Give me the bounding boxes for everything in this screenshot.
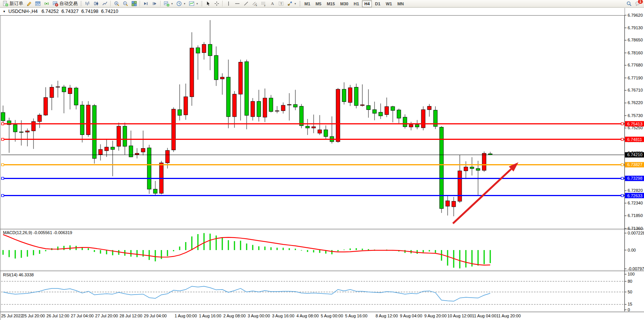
market-watch-button[interactable]: [33, 0, 42, 7]
price-chart-canvas[interactable]: 6.796206.791306.786506.781606.776806.771…: [0, 0, 644, 320]
toolbar-grip[interactable]: [299, 1, 301, 6]
timeframe-w1[interactable]: W1: [383, 0, 394, 7]
timeframe-h4[interactable]: H4: [362, 0, 372, 7]
vertical-line-icon: [226, 1, 231, 6]
templates-button[interactable]: ▼: [187, 0, 200, 7]
toolbar-group-objects: EFAT▼: [224, 0, 298, 8]
periods-button[interactable]: ▼: [175, 0, 187, 7]
macd-header-label: MACD(12,26,9) -0.005561 -0.006319: [3, 230, 72, 235]
new-order-icon: [3, 1, 8, 6]
timeframe-m15[interactable]: M15: [324, 0, 337, 7]
vertical-line-button[interactable]: [224, 0, 233, 7]
horizontal-line-button[interactable]: [233, 0, 242, 7]
timeframe-m5[interactable]: M5: [313, 0, 324, 7]
signals-button[interactable]: [42, 0, 51, 7]
timeframe-d1[interactable]: D1: [373, 0, 383, 7]
toolbar-grip[interactable]: [201, 1, 202, 6]
trendline-icon: [243, 1, 249, 6]
notifications-button[interactable]: 1: [635, 1, 641, 6]
collapse-chart-icon[interactable]: ▼: [3, 10, 6, 13]
fibonacci-button[interactable]: F: [259, 0, 268, 7]
time-tick-label: 10 Aug 12:00: [448, 314, 472, 318]
time-tick-label: 4 Aug 08:00: [296, 314, 319, 318]
timeframe-toolbar: M1M5M15M30H1H4D1W1MN: [302, 0, 406, 8]
text-label-button[interactable]: T: [277, 0, 285, 7]
price-tick-label: 6.79130: [628, 25, 643, 30]
autotrading-label: 自动交易: [59, 0, 78, 7]
candles-chart-button[interactable]: [92, 0, 100, 7]
tile-windows-button[interactable]: [130, 0, 139, 7]
search-button[interactable]: [626, 1, 632, 6]
price-tick-label: 6.78160: [628, 51, 643, 55]
scroll-to-end-button[interactable]: [142, 0, 150, 7]
svg-text:6.73827: 6.73827: [627, 162, 642, 167]
price-tick-label: 6.71850: [628, 213, 643, 218]
macd-axis-label: 0.007228: [628, 231, 644, 235]
candle[interactable]: [86, 101, 90, 137]
candle[interactable]: [336, 88, 340, 143]
timeframe-m1[interactable]: M1: [302, 0, 312, 7]
time-tick-label: 3 Aug 16:00: [272, 314, 295, 318]
macd-axis-label: 0.00: [628, 248, 636, 252]
styler-button[interactable]: [25, 0, 33, 7]
candle[interactable]: [159, 161, 163, 194]
price-tick-label: 6.75730: [628, 113, 643, 118]
svg-text:A: A: [271, 1, 274, 6]
new-chart-button[interactable]: ▼: [162, 0, 175, 7]
zoom-in-button[interactable]: [112, 0, 121, 7]
bars-chart-button[interactable]: [83, 0, 92, 7]
time-tick-label: 9 Aug 20:00: [424, 314, 447, 318]
arrows-tool-icon: [287, 1, 293, 6]
autotrading-button[interactable]: 自动交易: [51, 0, 79, 7]
candle[interactable]: [421, 106, 425, 130]
svg-text:6.74210: 6.74210: [627, 152, 642, 157]
price-line-label-6.73298: 6.73298: [625, 176, 644, 181]
time-tick-label: 1 Aug 00:00: [175, 314, 197, 318]
candle[interactable]: [482, 152, 486, 172]
svg-text:6.73298: 6.73298: [627, 176, 642, 181]
rsi-axis-label: 80: [628, 279, 632, 284]
timeframe-h1[interactable]: H1: [351, 0, 361, 7]
rsi-axis-label: 100: [628, 272, 634, 276]
line-chart-button[interactable]: [100, 0, 109, 7]
toolbar-grip[interactable]: [80, 1, 82, 6]
price-line-label-6.75413: 6.75413: [625, 121, 644, 127]
price-tick-label: 6.76710: [628, 88, 643, 92]
tile-windows-icon: [131, 1, 137, 6]
time-tick-label: 8 Aug 12:00: [376, 314, 398, 318]
timeframe-m30[interactable]: M30: [338, 0, 351, 7]
ohlc-open: 6.74252: [41, 9, 59, 14]
zoom-out-icon: [123, 1, 128, 6]
timeframe-mn[interactable]: MN: [395, 0, 406, 7]
price-line-label-6.72633: 6.72633: [625, 193, 644, 198]
line-chart-icon: [102, 1, 108, 6]
candle[interactable]: [300, 104, 303, 128]
candle[interactable]: [147, 145, 151, 194]
candle[interactable]: [172, 107, 175, 152]
time-axis[interactable]: 25 Jul 202225 Jul 20:0026 Jul 12:0027 Ju…: [1, 314, 521, 318]
price-line-label-6.74210: 6.74210: [625, 152, 644, 157]
equidistant-channel-button[interactable]: E: [250, 0, 259, 7]
text-icon: A: [269, 1, 275, 6]
arrows-tool-button[interactable]: ▼: [285, 0, 298, 7]
toolbar-group-chart-type: [83, 0, 109, 8]
cursor-button[interactable]: [204, 0, 212, 7]
price-line-label-6.73827: 6.73827: [625, 162, 644, 167]
text-button[interactable]: A: [268, 0, 277, 7]
time-tick-label: 25 Jul 2022: [1, 314, 23, 318]
time-tick-label: 25 Jul 20:00: [22, 314, 45, 318]
svg-text:6.72633: 6.72633: [627, 193, 642, 198]
trendline-button[interactable]: [242, 0, 250, 7]
candle[interactable]: [117, 123, 121, 151]
auto-scroll-button[interactable]: [150, 0, 159, 7]
zoom-out-button[interactable]: [121, 0, 130, 7]
rsi-axis-label: 0: [628, 307, 630, 312]
cursor-icon: [205, 1, 211, 6]
crosshair-button[interactable]: [212, 0, 221, 7]
new-order-button[interactable]: 新订单: [1, 0, 25, 7]
market-watch-icon: [35, 1, 41, 6]
dropdown-caret-icon: ▼: [171, 3, 173, 5]
ohlc-close: 6.74210: [101, 9, 118, 14]
auto-scroll-icon: [152, 1, 158, 6]
candle[interactable]: [354, 84, 358, 108]
